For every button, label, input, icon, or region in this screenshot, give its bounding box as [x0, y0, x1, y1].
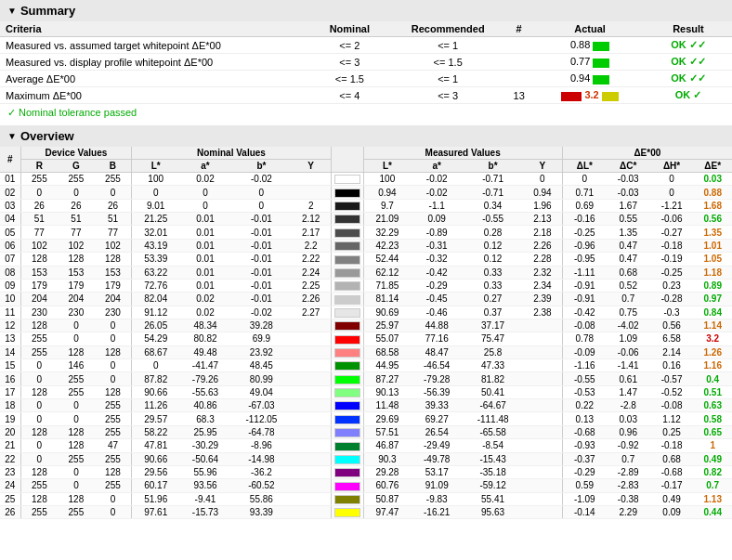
row-mb: 81.82	[463, 372, 523, 385]
row-dc: -1.41	[607, 359, 650, 372]
row-id: 07	[0, 253, 20, 266]
summary-actual: 3.2	[535, 87, 645, 104]
row-dl: -0.95	[562, 253, 607, 266]
row-my	[523, 399, 562, 412]
row-dh: 0.68	[650, 452, 694, 465]
row-dc: 0.68	[607, 266, 650, 279]
col-result: Result	[645, 21, 732, 37]
row-my	[523, 479, 562, 492]
row-ma: -1.1	[411, 199, 463, 212]
row-ml: 57.51	[363, 425, 411, 438]
row-de: 1.14	[693, 319, 732, 332]
row-ml: 32.29	[363, 226, 411, 239]
summary-recommended: <= 1	[393, 37, 503, 54]
row-de: 1.13	[693, 492, 732, 505]
row-ml: 90.69	[363, 306, 411, 319]
row-dc: 0.61	[607, 372, 650, 385]
row-a: 0.01	[179, 239, 231, 252]
row-b: 26	[95, 199, 132, 212]
row-id: 08	[0, 266, 20, 279]
row-swatch	[331, 173, 363, 186]
row-dh: 0	[650, 173, 694, 186]
row-l: 82.04	[132, 293, 179, 306]
row-r: 255	[20, 332, 58, 345]
row-dl: 0.69	[562, 199, 607, 212]
row-my: 2.18	[523, 226, 562, 239]
table-row: 17 128 255 128 90.66 -55.63 49.04 90.13 …	[0, 385, 732, 398]
col-hash: #	[503, 21, 535, 37]
row-r: 255	[20, 505, 58, 518]
row-de: 1.18	[693, 266, 732, 279]
summary-triangle-icon: ▼	[7, 6, 17, 16]
row-my	[523, 425, 562, 438]
summary-table: Criteria Nominal Recommended # Actual Re…	[0, 21, 732, 104]
sub-r: R	[20, 160, 58, 173]
row-dl: 0.71	[562, 186, 607, 199]
row-my	[523, 452, 562, 465]
row-g: 255	[58, 372, 94, 385]
row-y: 2.25	[292, 279, 331, 292]
row-my: 2.28	[523, 253, 562, 266]
row-b: 128	[95, 253, 132, 266]
row-g: 0	[58, 332, 94, 345]
row-swatch	[331, 439, 363, 452]
row-ml: 9.7	[363, 199, 411, 212]
row-my: 2.38	[523, 306, 562, 319]
row-a: 48.34	[179, 319, 231, 332]
row-my	[523, 505, 562, 518]
row-dc: 0.96	[607, 425, 650, 438]
row-id: 25	[0, 492, 20, 505]
table-row: 18 0 0 255 11.26 40.86 -67.03 11.48 39.3…	[0, 399, 732, 412]
row-a: 68.3	[179, 412, 231, 425]
row-b: 128	[95, 385, 132, 398]
summary-nominal: <= 3	[306, 54, 393, 71]
row-mb: -111.48	[463, 412, 523, 425]
row-l: 32.01	[132, 226, 179, 239]
row-de: 0.97	[693, 293, 732, 306]
row-swatch	[331, 319, 363, 332]
row-y	[292, 186, 331, 199]
row-l: 0	[132, 359, 179, 372]
row-ml: 71.85	[363, 279, 411, 292]
row-swatch	[331, 492, 363, 505]
row-swatch	[331, 266, 363, 279]
row-de: 0.82	[693, 465, 732, 478]
row-y	[292, 425, 331, 438]
table-row: 15 0 146 0 0 -41.47 48.45 44.95 -46.54 4…	[0, 359, 732, 372]
row-ml: 60.76	[363, 479, 411, 492]
row-dl: -0.55	[562, 372, 607, 385]
row-b: 0	[95, 319, 132, 332]
row-a: -79.26	[179, 372, 231, 385]
row-ml: 25.97	[363, 319, 411, 332]
row-ma: 48.47	[411, 345, 463, 358]
row-g: 26	[58, 199, 94, 212]
overview-sub-headers: R G B L* a* b* Y L* a* b* Y ΔL* ΔC* ΔH* …	[0, 160, 732, 173]
row-my	[523, 412, 562, 425]
row-ml: 29.28	[363, 465, 411, 478]
row-my	[523, 359, 562, 372]
row-my	[523, 439, 562, 452]
row-ma: -0.29	[411, 279, 463, 292]
row-bv: -60.52	[231, 479, 292, 492]
overview-header[interactable]: ▼ Overview	[0, 125, 732, 147]
row-r: 0	[20, 452, 58, 465]
row-dc: -0.03	[607, 173, 650, 186]
row-id: 24	[0, 479, 20, 492]
row-de: 0.44	[693, 505, 732, 518]
row-swatch	[331, 465, 363, 478]
row-dh: -1.21	[650, 199, 694, 212]
table-row: 23 128 0 128 29.56 55.96 -36.2 29.28 53.…	[0, 465, 732, 478]
row-dc: 0.52	[607, 279, 650, 292]
row-b: 128	[95, 465, 132, 478]
summary-header[interactable]: ▼ Summary	[0, 0, 732, 21]
row-y: 2.17	[292, 226, 331, 239]
row-ml: 55.07	[363, 332, 411, 345]
row-r: 51	[20, 213, 58, 226]
col-recommended: Recommended	[393, 21, 503, 37]
col-actual: Actual	[535, 21, 645, 37]
row-mb: 75.47	[463, 332, 523, 345]
row-dc: 0.47	[607, 253, 650, 266]
row-mb: 95.63	[463, 505, 523, 518]
row-r: 26	[20, 199, 58, 212]
row-bv: -67.03	[231, 399, 292, 412]
